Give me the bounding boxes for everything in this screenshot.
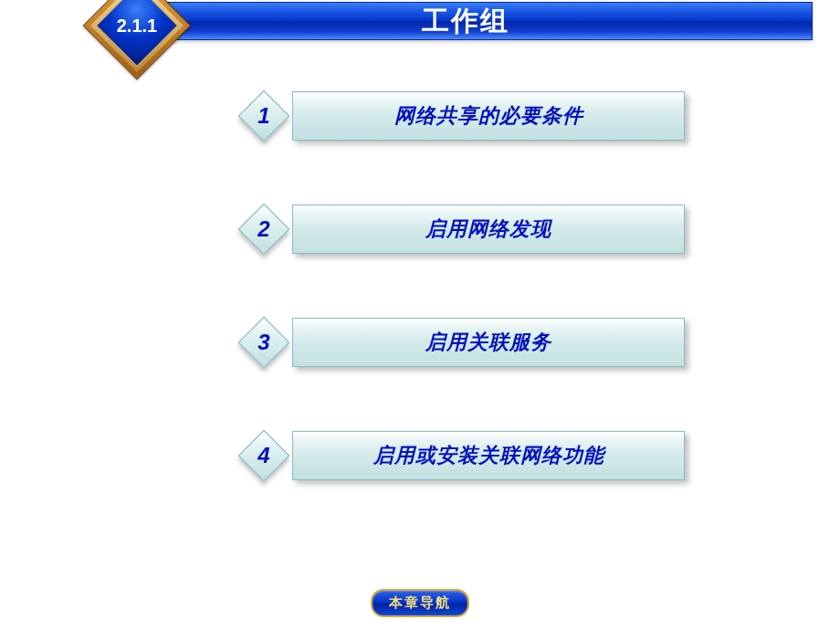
item-label: 启用关联服务 <box>425 329 551 356</box>
topic-list: 1 网络共享的必要条件 2 启用网络发现 3 启用关联服务 4 启用或安装关联网… <box>237 91 694 544</box>
item-number-badge: 1 <box>237 89 290 142</box>
list-item[interactable]: 2 启用网络发现 <box>237 205 694 257</box>
list-item[interactable]: 1 网络共享的必要条件 <box>237 91 694 144</box>
item-number-badge: 3 <box>237 316 290 369</box>
item-number: 4 <box>237 429 290 482</box>
section-badge: 2.1.1 <box>99 0 175 64</box>
item-bar: 网络共享的必要条件 <box>292 91 685 141</box>
item-number-badge: 2 <box>237 203 290 256</box>
slide-title: 工作组 <box>422 3 509 40</box>
item-number-badge: 4 <box>237 429 290 482</box>
list-item[interactable]: 4 启用或安装关联网络功能 <box>237 431 694 484</box>
item-bar: 启用网络发现 <box>292 205 685 254</box>
item-label: 启用网络发现 <box>425 215 551 243</box>
list-item[interactable]: 3 启用关联服务 <box>237 318 694 371</box>
item-number: 3 <box>237 316 290 369</box>
slide-title-bar: 工作组 <box>119 2 813 40</box>
item-label: 启用或安装关联网络功能 <box>373 442 604 469</box>
chapter-nav-button[interactable]: 本章导航 <box>371 589 469 617</box>
item-number: 2 <box>237 203 290 256</box>
item-number: 1 <box>237 89 290 142</box>
item-bar: 启用关联服务 <box>292 318 685 367</box>
section-number: 2.1.1 <box>99 0 175 64</box>
item-bar: 启用或安装关联网络功能 <box>292 431 685 480</box>
item-label: 网络共享的必要条件 <box>394 102 583 130</box>
